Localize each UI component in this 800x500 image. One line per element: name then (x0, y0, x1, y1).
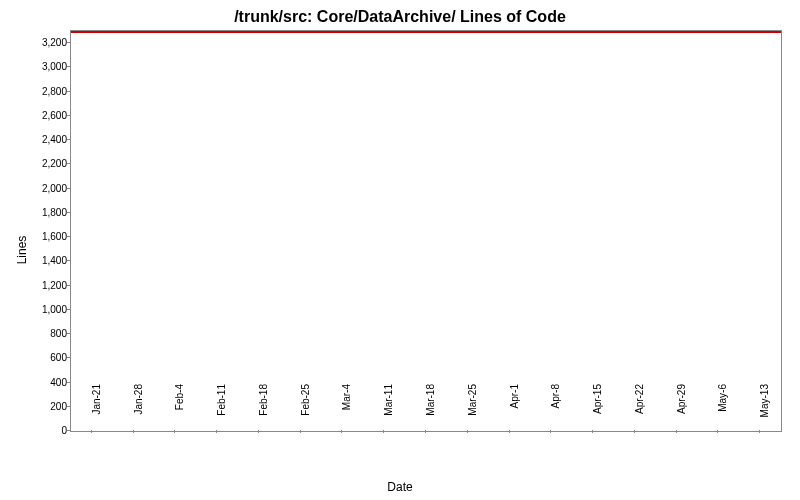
x-tick-label: 25-Feb (300, 384, 311, 434)
y-tick-mark (67, 66, 70, 67)
x-tick-label: 1-Apr (509, 384, 520, 434)
x-tick-mark (467, 430, 468, 433)
y-tick-mark (67, 309, 70, 310)
y-tick-mark (67, 163, 70, 164)
y-tick-mark (67, 285, 70, 286)
x-tick-label: 18-Feb (258, 384, 269, 434)
y-tick-label: 2,400 (37, 134, 67, 145)
x-tick-label: 6-May (717, 384, 728, 434)
y-tick-label: 1,600 (37, 231, 67, 242)
x-tick-label: 21-Jan (91, 384, 102, 434)
y-tick-label: 200 (37, 400, 67, 411)
x-tick-mark (550, 430, 551, 433)
x-tick-mark (676, 430, 677, 433)
y-tick-label: 2,600 (37, 109, 67, 120)
y-tick-mark (67, 430, 70, 431)
x-tick-mark (509, 430, 510, 433)
x-tick-mark (133, 430, 134, 433)
x-tick-mark (383, 430, 384, 433)
x-tick-mark (717, 430, 718, 433)
y-tick-mark (67, 115, 70, 116)
y-tick-label: 600 (37, 352, 67, 363)
y-tick-mark (67, 236, 70, 237)
x-tick-label: 25-Mar (467, 384, 478, 434)
chart-container: /trunk/src: Core/DataArchive/ Lines of C… (0, 0, 800, 500)
x-tick-label: 8-Apr (550, 384, 561, 434)
x-tick-mark (341, 430, 342, 433)
y-tick-label: 1,400 (37, 255, 67, 266)
x-tick-label: 13-May (759, 384, 770, 434)
x-tick-label: 22-Apr (634, 384, 645, 434)
y-tick-label: 2,800 (37, 85, 67, 96)
x-tick-mark (634, 430, 635, 433)
y-tick-label: 1,000 (37, 303, 67, 314)
x-axis-label: Date (387, 480, 412, 494)
x-tick-mark (258, 430, 259, 433)
y-tick-label: 3,200 (37, 37, 67, 48)
y-tick-mark (67, 91, 70, 92)
y-tick-label: 400 (37, 376, 67, 387)
x-tick-mark (759, 430, 760, 433)
x-tick-mark (91, 430, 92, 433)
y-tick-mark (67, 42, 70, 43)
y-tick-label: 1,800 (37, 206, 67, 217)
x-tick-mark (216, 430, 217, 433)
x-tick-label: 11-Mar (383, 384, 394, 434)
y-tick-mark (67, 333, 70, 334)
x-tick-mark (300, 430, 301, 433)
x-tick-label: 11-Feb (216, 384, 227, 434)
y-tick-mark (67, 260, 70, 261)
y-tick-mark (67, 382, 70, 383)
y-tick-label: 2,000 (37, 182, 67, 193)
y-tick-label: 2,200 (37, 158, 67, 169)
x-tick-label: 28-Jan (133, 384, 144, 434)
x-tick-mark (174, 430, 175, 433)
chart-title: /trunk/src: Core/DataArchive/ Lines of C… (0, 0, 800, 26)
y-tick-label: 3,000 (37, 61, 67, 72)
y-tick-label: 1,200 (37, 279, 67, 290)
y-tick-mark (67, 357, 70, 358)
data-series-line (71, 31, 781, 33)
x-tick-label: 4-Feb (174, 384, 185, 434)
x-tick-mark (592, 430, 593, 433)
y-tick-mark (67, 188, 70, 189)
x-tick-mark (425, 430, 426, 433)
x-tick-label: 4-Mar (341, 384, 352, 434)
y-tick-mark (67, 139, 70, 140)
y-axis-label: Lines (15, 236, 29, 265)
y-tick-label: 800 (37, 328, 67, 339)
y-tick-mark (67, 406, 70, 407)
y-tick-label: 0 (37, 425, 67, 436)
y-tick-mark (67, 212, 70, 213)
x-tick-label: 15-Apr (592, 384, 603, 434)
x-tick-label: 18-Mar (425, 384, 436, 434)
plot-area (70, 30, 782, 432)
x-tick-label: 29-Apr (676, 384, 687, 434)
